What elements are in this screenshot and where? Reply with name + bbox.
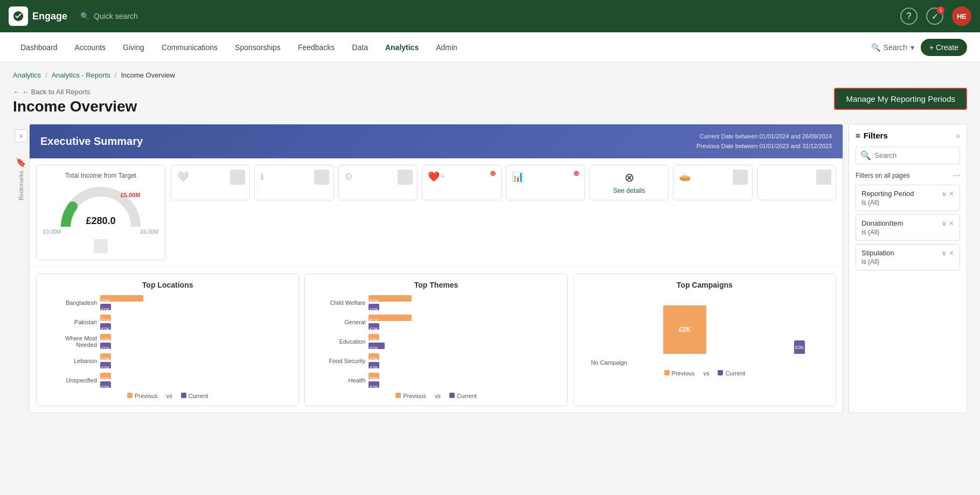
metric-card-7: [757, 165, 836, 200]
filter-reporting-period-chevron[interactable]: ∨: [942, 190, 947, 198]
filter-donation-item-chevron[interactable]: ∨: [942, 220, 947, 227]
metric-thumbnail-7: [816, 170, 831, 185]
exec-summary-header: Executive Summary Current Date between 0…: [30, 124, 843, 158]
filter-reporting-period-name: Reporting Period: [861, 190, 914, 198]
expand-button[interactable]: ›: [15, 129, 27, 142]
exec-summary-title: Executive Summary: [40, 135, 143, 148]
bar-label-food-security: Food Security: [311, 358, 365, 364]
income-card-thumbnail: [94, 239, 108, 253]
top-themes-title: Top Themes: [311, 281, 560, 289]
manage-reporting-periods-button[interactable]: Manage My Reporting Periods: [834, 88, 967, 110]
breadcrumb-analytics[interactable]: Analytics: [13, 71, 41, 79]
nav-search[interactable]: 🔍 Search ▾: [871, 43, 914, 52]
heart-plus-icon: ❤️+: [428, 171, 446, 183]
filter-reporting-period-header: Reporting Period ∨ ✕: [861, 190, 954, 198]
nav-item-data[interactable]: Data: [344, 39, 376, 56]
campaigns-curr-bar: £0K: [794, 340, 805, 354]
nav-item-sponsorships[interactable]: Sponsorships: [227, 39, 288, 56]
gauge-min: £0.00M: [43, 229, 61, 235]
quick-search[interactable]: 🔍 Quick search: [80, 12, 138, 20]
bar-label-health: Health: [311, 377, 365, 384]
filters-search-input[interactable]: [874, 151, 955, 159]
nav-item-giving[interactable]: Giving: [115, 39, 152, 56]
search-icon: 🔍: [80, 12, 89, 20]
bar-label-child-welfare: Child Welfare: [311, 299, 365, 306]
breadcrumb-analytics-reports[interactable]: Analytics - Reports: [52, 71, 110, 79]
top-themes-chart: Top Themes Child Welfare £1K £0K General: [304, 274, 567, 406]
user-avatar[interactable]: HE: [952, 6, 971, 26]
filter-stipulation-clear[interactable]: ✕: [949, 249, 954, 257]
filter-stipulation-controls: ∨ ✕: [942, 249, 954, 257]
bars-unspecified: £0K £0K: [100, 372, 292, 388]
see-details-link[interactable]: See details: [613, 187, 645, 194]
campaigns-legend: Previous vs Current: [580, 370, 829, 377]
bar-label-lebanon: Lebanon: [43, 358, 97, 364]
bar-label-pakistan: Pakistan: [43, 319, 97, 325]
search-icon: 🔍: [871, 43, 880, 52]
svg-text:£5.00M: £5.00M: [121, 192, 141, 198]
filter-reporting-period: Reporting Period ∨ ✕ is (All): [856, 185, 960, 211]
app-name: Engage: [32, 11, 67, 22]
navbar-right: 🔍 Search ▾ + Create: [871, 39, 967, 56]
nav-item-communications[interactable]: Communications: [154, 39, 225, 56]
filters-title-label: Filters: [864, 131, 888, 140]
help-button[interactable]: ?: [900, 8, 918, 25]
filter-donation-item-clear[interactable]: ✕: [949, 220, 954, 227]
filters-search-icon: 🔍: [860, 150, 871, 161]
metric-card-6: 🥧: [673, 165, 752, 200]
top-campaigns-title: Top Campaigns: [580, 281, 829, 289]
filter-stipulation: Stipulation ∨ ✕ is (All): [856, 244, 960, 270]
bar-label-unspecified: Unspecified: [43, 377, 97, 384]
metric-card-4: ❤️+: [422, 165, 501, 200]
back-link[interactable]: ← ← Back to All Reports: [13, 88, 137, 96]
filter-donation-item: DonationItem ∨ ✕ is (All): [856, 214, 960, 241]
metric-card-5: 📊: [506, 165, 585, 200]
metric-card-3: ⚙: [338, 165, 418, 200]
filters-expand-button[interactable]: »: [956, 131, 960, 140]
filter-stipulation-name: Stipulation: [861, 249, 894, 257]
bar-label-where-most-needed: Where Most Needed: [43, 335, 97, 348]
bar-row-general: General £1K £0K: [311, 314, 560, 330]
filter-donation-item-controls: ∨ ✕: [942, 220, 954, 227]
filters-search-box[interactable]: 🔍: [856, 147, 960, 164]
charts-row: Top Locations Bangladesh £1K £0K Pakista…: [30, 267, 843, 413]
locations-legend-prev: Previous: [135, 393, 158, 399]
bars-where-most-needed: £0K £0K: [100, 333, 292, 350]
breadcrumb-current: Income Overview: [121, 71, 175, 79]
bars-general: £1K £0K: [369, 314, 560, 330]
nav-item-analytics[interactable]: Analytics: [378, 39, 426, 56]
topbar-right: ? ✓ 1 HE: [900, 6, 971, 26]
create-button[interactable]: + Create: [921, 39, 967, 56]
metric-thumbnail-2: [314, 170, 329, 185]
previous-date-range: Previous Date between 01/01/2023 and 31/…: [697, 142, 832, 151]
bar-row-education: Education £0K £0K: [311, 333, 560, 350]
heart-bar-icon: 🤍: [177, 171, 189, 183]
page-header: ← ← Back to All Reports Income Overview …: [13, 88, 967, 115]
filter-stipulation-chevron[interactable]: ∨: [942, 249, 947, 257]
notifications-button[interactable]: ✓ 1: [926, 8, 943, 25]
filter-reporting-period-clear[interactable]: ✕: [949, 190, 954, 198]
logo-icon: [9, 6, 28, 26]
gauge-max: £6.00M: [141, 229, 158, 235]
top-locations-bar-chart: Bangladesh £1K £0K Pakistan £0K £0K: [43, 295, 292, 388]
nav-item-feedbacks[interactable]: Feedbacks: [290, 39, 342, 56]
app-logo[interactable]: Engage: [9, 6, 67, 26]
metric-thumbnail-3: [398, 170, 413, 185]
nav-item-accounts[interactable]: Accounts: [67, 39, 114, 56]
filter-reporting-period-controls: ∨ ✕: [942, 190, 954, 198]
locations-legend-curr: Current: [189, 393, 208, 399]
nav-item-admin[interactable]: Admin: [428, 39, 465, 56]
current-date-range: Current Date between 01/01/2024 and 26/0…: [697, 132, 832, 142]
nav-item-dashboard[interactable]: Dashboard: [13, 39, 65, 56]
top-campaigns-chart: Top Campaigns £2K £0K No: [573, 274, 836, 406]
bookmarks-label: Bookmarks: [18, 171, 24, 200]
metric-thumbnail-1: [230, 170, 245, 185]
bars-health: £0K £0K: [369, 372, 560, 388]
filters-options-button[interactable]: ···: [953, 171, 960, 180]
themes-legend-curr: Current: [457, 393, 477, 399]
side-controls: › 🔖 Bookmarks: [13, 124, 29, 413]
stats-row: Total Income from Target £280.0 £5.00M: [30, 158, 843, 267]
themes-legend: Previous vs Current: [311, 393, 560, 399]
filter-stipulation-value: is (All): [861, 258, 954, 266]
filter-reporting-period-value: is (All): [861, 199, 954, 206]
